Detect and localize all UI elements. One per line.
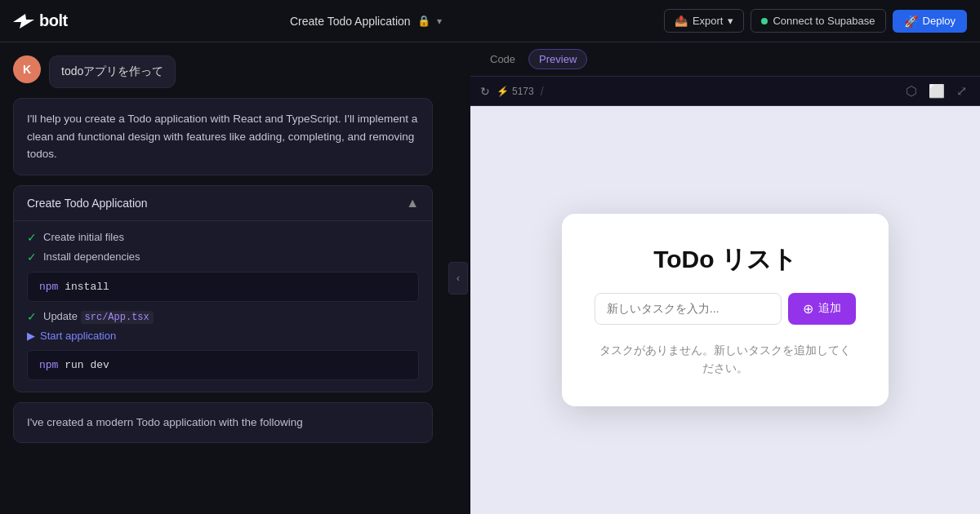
todo-app-title: ToDo リスト [595, 243, 856, 277]
deploy-button[interactable]: 🚀 Deploy [893, 10, 967, 33]
export-label: Export [693, 15, 724, 27]
right-panel-toolbar: ↻ ⚡ 5173 / ⬡ ⬜ ⤢ [470, 77, 980, 106]
fullscreen-button[interactable]: ⤢ [953, 82, 970, 100]
todo-add-label: 追加 [818, 301, 841, 316]
task-label-2: Install dependencies [43, 250, 140, 263]
task-card-header: Create Todo Application ▲ [14, 186, 432, 221]
supabase-button[interactable]: Connect to Supabase [751, 9, 885, 33]
task-card-title: Create Todo Application [27, 197, 148, 210]
user-message-text: todoアプリを作って [61, 64, 163, 78]
preview-area: ToDo リスト ⊕ 追加 タスクがありません。新しいタスクを追加してください。 [470, 106, 980, 514]
code-run-dev: run dev [65, 359, 109, 371]
assistant-intro-text: I'll help you create a Todo application … [27, 110, 419, 163]
plus-circle-icon: ⊕ [803, 301, 813, 317]
task-install-deps: ✓ Install dependencies [27, 250, 419, 264]
task-label-1: Create initial files [43, 231, 124, 243]
export-button[interactable]: 📤 Export ▾ [664, 9, 745, 33]
open-external-button[interactable]: ⬡ [902, 82, 920, 100]
right-panel-tabs: Code Preview [470, 42, 980, 77]
toolbar-slash: / [541, 85, 544, 98]
task-start-app: ▶ Start application [27, 330, 419, 342]
check-icon-3: ✓ [27, 310, 37, 323]
supabase-dot-icon [761, 18, 768, 24]
token-count: ⚡ 5173 [497, 86, 534, 97]
todo-empty-message: タスクがありません。新しいタスクを追加してください。 [595, 341, 856, 378]
deploy-icon: 🚀 [904, 15, 918, 28]
tab-preview[interactable]: Preview [528, 49, 587, 69]
header-actions: 📤 Export ▾ Connect to Supabase 🚀 Deploy [664, 9, 967, 33]
collapse-panel-button[interactable]: ‹ [448, 262, 468, 295]
collapse-button[interactable]: ▲ [406, 196, 419, 210]
main-content: K todoアプリを作って I'll help you create a Tod… [0, 42, 980, 514]
chevron-down-icon: ▾ [437, 16, 442, 27]
bolt-logo-icon [13, 14, 34, 29]
chevron-left-icon: ‹ [457, 273, 460, 284]
assistant-intro-message: I'll help you create a Todo application … [13, 98, 433, 175]
user-bubble: todoアプリを作って [49, 55, 176, 88]
copy-button[interactable]: ⬜ [925, 82, 948, 100]
code-install: install [65, 281, 109, 293]
project-title: Create Todo Application [290, 15, 411, 28]
code-npm-2: npm [39, 359, 58, 371]
todo-input-row: ⊕ 追加 [595, 293, 856, 325]
token-number: 5173 [512, 86, 534, 97]
toolbar-actions: ⬡ ⬜ ⤢ [902, 82, 970, 100]
tab-code[interactable]: Code [480, 50, 525, 69]
check-icon-1: ✓ [27, 231, 37, 244]
app-header: bolt Create Todo Application 🔒 ▾ 📤 Expor… [0, 0, 980, 42]
supabase-label: Connect to Supabase [773, 15, 875, 27]
task-label-3: Update src/App.tsx [43, 310, 154, 323]
assistant-footer-message: I've created a modern Todo application w… [13, 402, 433, 443]
terminal-icon: ▶ [27, 330, 35, 342]
code-block-run: npm run dev [27, 350, 419, 380]
todo-app-card: ToDo リスト ⊕ 追加 タスクがありません。新しいタスクを追加してください。 [562, 214, 889, 407]
logo-text: bolt [39, 11, 68, 30]
export-icon: 📤 [675, 15, 688, 27]
assistant-footer-text: I've created a modern Todo application w… [27, 414, 419, 431]
task-card-body: ✓ Create initial files ✓ Install depende… [14, 221, 432, 392]
panel-divider: ‹ [446, 42, 470, 514]
refresh-button[interactable]: ↻ [480, 85, 490, 98]
task-label-4: Start application [40, 330, 116, 342]
lock-icon: 🔒 [417, 15, 430, 27]
todo-input[interactable] [595, 293, 782, 325]
deploy-label: Deploy [923, 15, 956, 27]
user-message: K todoアプリを作って [13, 55, 433, 88]
right-panel: Code Preview ↻ ⚡ 5173 / ⬡ ⬜ ⤢ ToDo リスト [470, 42, 980, 514]
task-card: Create Todo Application ▲ ✓ Create initi… [13, 185, 433, 392]
left-panel: K todoアプリを作って I'll help you create a Tod… [0, 42, 446, 514]
avatar: K [13, 55, 41, 83]
code-npm-1: npm [39, 281, 58, 293]
todo-add-button[interactable]: ⊕ 追加 [788, 293, 856, 325]
task-update-app: ✓ Update src/App.tsx [27, 310, 419, 323]
check-icon-2: ✓ [27, 250, 37, 264]
code-block-install: npm install [27, 272, 419, 302]
export-chevron-icon: ▾ [728, 15, 733, 27]
task-create-files: ✓ Create initial files [27, 231, 419, 244]
app-logo: bolt [13, 11, 68, 30]
header-center: Create Todo Application 🔒 ▾ [78, 15, 654, 28]
token-icon: ⚡ [497, 86, 509, 97]
